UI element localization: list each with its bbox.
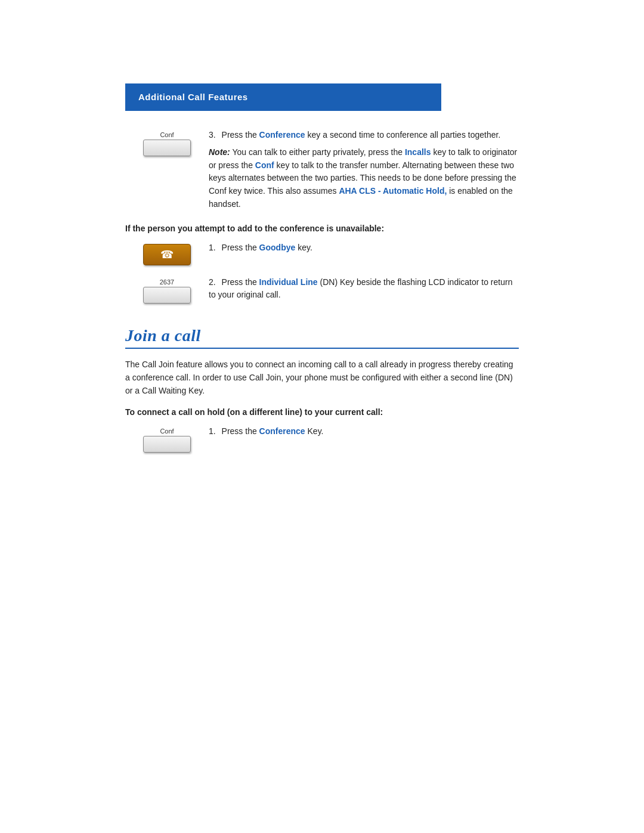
header-banner-title: Additional Call Features: [138, 92, 248, 102]
aha-cls-link: AHA CLS - Automatic Hold,: [339, 186, 447, 196]
join-section-heading: Join a call: [125, 326, 519, 349]
join-paragraph: The Call Join feature allows you to conn…: [125, 358, 519, 397]
content: Conf 3. Press the Conference key a secon…: [125, 111, 519, 453]
unavailable-step-2-text: 2. Press the Individual Line (DN) Key be…: [209, 276, 519, 301]
join-conf-key-image: Conf: [125, 425, 209, 453]
conference-link: Conference: [259, 130, 305, 140]
note-label: Note:: [209, 147, 230, 157]
phone-icon: ☎: [160, 248, 174, 261]
step-1-number: 1.: [209, 243, 216, 252]
step-3-number: 3.: [209, 130, 216, 140]
join-step-1-text: 1. Press the Conference Key.: [209, 425, 519, 438]
page: Additional Call Features Conf 3. Press t…: [0, 83, 644, 833]
join-conf-key-button: Conf: [143, 428, 191, 453]
unavailable-step-1-text: 1. Press the Goodbye key.: [209, 241, 519, 254]
join-heading-line: [125, 348, 519, 349]
individual-line-link: Individual Line: [259, 277, 318, 287]
join-conf-key-label: Conf: [160, 428, 174, 435]
line-number: 2637: [160, 278, 174, 286]
join-step-1-row: Conf 1. Press the Conference Key.: [125, 425, 519, 453]
header-banner: Additional Call Features: [125, 83, 441, 111]
line-key-rect: [143, 287, 191, 304]
unavailable-heading: If the person you attempt to add to the …: [125, 224, 519, 233]
join-conference-link: Conference: [259, 426, 305, 436]
unavailable-step-1-row: ☎ 1. Press the Goodbye key.: [125, 241, 519, 265]
conf-key-rect: [143, 140, 191, 156]
conf-key-button: Conf: [143, 131, 191, 156]
conf-link: Conf: [255, 160, 274, 170]
goodbye-link: Goodbye: [259, 243, 296, 252]
join-heading-text: Join a call: [125, 326, 519, 345]
step-2-number: 2.: [209, 277, 216, 287]
step-3-image: Conf: [125, 129, 209, 156]
join-conf-key-rect: [143, 436, 191, 453]
incalls-link: Incalls: [405, 147, 431, 157]
join-step-1-number: 1.: [209, 426, 216, 436]
step-3-text: 3. Press the Conference key a second tim…: [209, 129, 519, 210]
to-connect-heading: To connect a call on hold (on a differen…: [125, 407, 519, 417]
unavailable-step-2-row: 2637 2. Press the Individual Line (DN) K…: [125, 276, 519, 304]
individual-line-image: 2637: [125, 276, 209, 304]
note-box: Note: You can talk to either party priva…: [209, 146, 519, 210]
goodbye-key-image: ☎: [125, 241, 209, 265]
individual-line-key: 2637: [143, 278, 191, 304]
conf-key-label: Conf: [160, 131, 174, 138]
goodbye-key: ☎: [143, 244, 191, 265]
step-3-row: Conf 3. Press the Conference key a secon…: [125, 129, 519, 210]
